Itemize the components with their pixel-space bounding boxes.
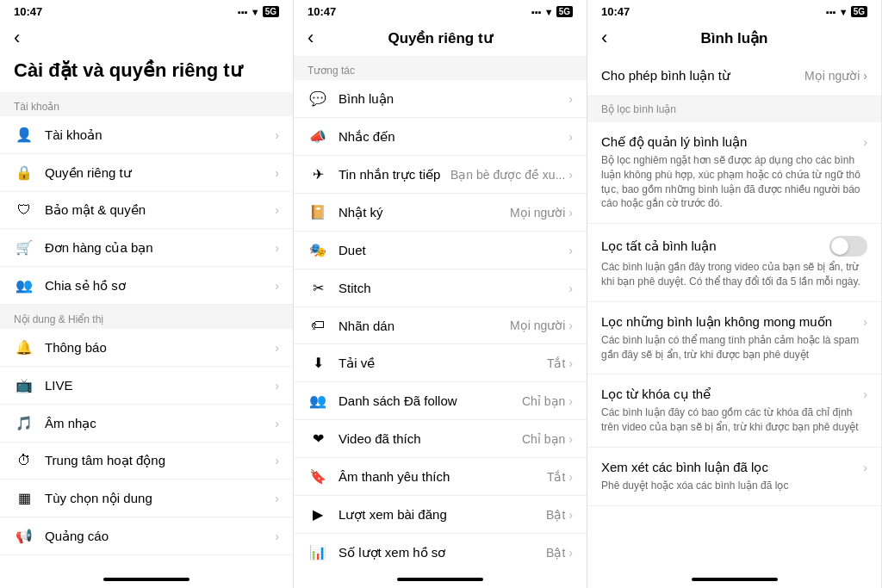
menu-item-thongbao[interactable]: 🔔 Thông báo › (0, 329, 293, 367)
filter-item-quanly[interactable]: Chế độ quản lý bình luận › Bộ lọc nghiêm… (587, 122, 881, 224)
message-icon: ✈ (307, 166, 328, 183)
menu-item-donhang[interactable]: 🛒 Đơn hàng của bạn › (0, 229, 293, 267)
section-label-tuongtac: Tương tác (294, 56, 587, 80)
scroll-content-2[interactable]: Tương tác 💬 Bình luận › 📣 Nhắc đến › ✈ T… (294, 56, 587, 571)
nav-header-2: ‹ Quyền riêng tư (294, 22, 587, 56)
comment-icon: 💬 (307, 90, 328, 107)
ad-icon: 📢 (14, 528, 34, 544)
scroll-content-1[interactable]: Tài khoản 👤 Tài khoản › 🔒 Quyền riêng tư… (0, 92, 293, 571)
bottom-bar-3 (587, 571, 881, 588)
menu-item-taive[interactable]: ⬇ Tải về Tắt › (294, 344, 587, 382)
chevron-icon-1: › (863, 135, 867, 149)
filter-item-tukhoa[interactable]: Lọc từ khóa cụ thể › Các bình luận đây c… (587, 374, 881, 448)
status-icons-1: ▪▪▪ ▼ 5G (238, 6, 279, 17)
allow-comments-label: Cho phép bình luận từ (601, 68, 730, 84)
chevron-icon-4: › (863, 387, 867, 401)
music-icon: 🎵 (14, 415, 34, 431)
filter-item-loctatca[interactable]: Lọc tất cả bình luận Các bình luận gần đ… (587, 224, 881, 302)
stitch-icon: ✂ (307, 280, 328, 296)
live-icon: 📺 (14, 377, 34, 393)
menu-item-chiasehoso[interactable]: 👥 Chia sẻ hồ sơ › (0, 267, 293, 305)
status-time-3: 10:47 (601, 5, 630, 18)
phone-panel-2: 10:47 ▪▪▪ ▼ 5G ‹ Quyền riêng tư Tương tá… (294, 0, 587, 588)
menu-item-videothich[interactable]: ❤ Video đã thích Chỉ bạn › (294, 420, 587, 458)
play-icon: ▶ (307, 506, 328, 523)
menu-item-duet[interactable]: 🎭 Duet › (294, 232, 587, 269)
allow-comments-value: Mọi người › (804, 69, 867, 83)
menu-item-amnhac[interactable]: 🎵 Âm nhạc › (0, 405, 293, 443)
chevron-icon-5: › (863, 461, 867, 474)
section-label-account: Tài khoản (0, 92, 293, 116)
panel2-title: Quyền riêng tư (388, 29, 492, 47)
menu-item-amthanh[interactable]: 🔖 Âm thanh yêu thích Tắt › (294, 458, 587, 496)
menu-item-soluotxem[interactable]: 📊 Số lượt xem hồ sơ Bật › (294, 534, 587, 571)
back-button-1[interactable]: ‹ (14, 27, 20, 49)
shield-icon: 🛡 (14, 202, 34, 218)
network-icon-3: 5G (851, 6, 867, 17)
home-indicator-3 (692, 578, 778, 581)
menu-item-baomatquyen[interactable]: 🛡 Bảo mật & quyền › (0, 192, 293, 229)
status-time-2: 10:47 (307, 5, 336, 18)
menu-item-trungtam[interactable]: ⏱ Trung tâm hoạt động › (0, 443, 293, 480)
wifi-icon-3: ▼ (839, 7, 848, 17)
stats-icon: 📊 (307, 544, 328, 560)
scroll-content-3[interactable]: Cho phép bình luận từ Mọi người › Bộ lọc… (587, 56, 881, 571)
menu-item-live[interactable]: 📺 LIVE › (0, 367, 293, 405)
toggle-loctatca[interactable] (829, 236, 867, 257)
signal-icon-3: ▪▪▪ (826, 7, 836, 17)
panel3-title: Bình luận (701, 29, 768, 47)
bell-icon: 🔔 (14, 339, 34, 356)
status-icons-3: ▪▪▪ ▼ 5G (826, 6, 867, 17)
allow-comments-row[interactable]: Cho phép bình luận từ Mọi người › (587, 56, 881, 96)
status-bar-2: 10:47 ▪▪▪ ▼ 5G (294, 0, 587, 22)
page-title-1: Cài đặt và quyền riêng tư (0, 56, 293, 92)
menu-item-stitch[interactable]: ✂ Stitch › (294, 269, 587, 307)
download-icon: ⬇ (307, 355, 328, 371)
network-icon: 5G (263, 6, 279, 17)
bottom-bar-1 (0, 571, 293, 588)
status-bar-3: 10:47 ▪▪▪ ▼ 5G (587, 0, 881, 22)
nav-header-1: ‹ (0, 22, 293, 56)
diary-icon: 📔 (307, 204, 328, 220)
filter-item-xemxet[interactable]: Xem xét các bình luận đã lọc › Phê duyệt… (587, 448, 881, 506)
status-icons-2: ▪▪▪ ▼ 5G (531, 6, 573, 17)
duet-icon: 🎭 (307, 242, 328, 258)
menu-item-quyenriengtu[interactable]: 🔒 Quyền riêng tư › (0, 154, 293, 192)
heart-icon: ❤ (307, 430, 328, 447)
activity-icon: ⏱ (14, 453, 34, 468)
section-label-content: Nội dung & Hiển thị (0, 305, 293, 329)
home-indicator-1 (103, 578, 189, 581)
network-icon-2: 5G (556, 6, 573, 17)
menu-item-taikhoan[interactable]: 👤 Tài khoản › (0, 116, 293, 154)
signal-icon-2: ▪▪▪ (531, 7, 542, 17)
wifi-icon-2: ▼ (544, 7, 554, 17)
menu-item-tuychon[interactable]: ▦ Tùy chọn nội dung › (0, 480, 293, 517)
bottom-bar-2 (294, 571, 587, 588)
back-button-2[interactable]: ‹ (307, 27, 314, 49)
following-icon: 👥 (307, 393, 328, 409)
menu-item-danhsach[interactable]: 👥 Danh sách Đã follow Chỉ bạn › (294, 382, 587, 420)
cart-icon: 🛒 (14, 239, 34, 256)
menu-item-luotxem[interactable]: ▶ Lượt xem bài đăng Bật › (294, 496, 587, 534)
filter-item-khongmongmuon[interactable]: Lọc những bình luận không mong muốn › Cá… (587, 302, 881, 375)
phone-panel-1: 10:47 ▪▪▪ ▼ 5G ‹ Cài đặt và quyền riêng … (0, 0, 294, 588)
mention-icon: 📣 (307, 128, 328, 145)
nav-header-3: ‹ Bình luận (587, 22, 881, 56)
menu-item-tinnhan[interactable]: ✈ Tin nhắn trực tiếp Bạn bè được đề xu..… (294, 156, 587, 194)
status-bar-1: 10:47 ▪▪▪ ▼ 5G (0, 0, 293, 22)
phone-panel-3: 10:47 ▪▪▪ ▼ 5G ‹ Bình luận Cho phép bình… (587, 0, 881, 588)
menu-item-binhluan[interactable]: 💬 Bình luận › (294, 80, 587, 118)
home-indicator-2 (397, 578, 483, 581)
filter-section-label: Bộ lọc bình luận (587, 96, 881, 122)
chevron-icon-3: › (863, 315, 867, 329)
status-time-1: 10:47 (14, 5, 42, 18)
wifi-icon: ▼ (251, 7, 260, 17)
lock-icon: 🔒 (14, 164, 34, 181)
menu-item-quangcao[interactable]: 📢 Quảng cáo › (0, 517, 293, 555)
back-button-3[interactable]: ‹ (601, 27, 607, 49)
user-icon: 👤 (14, 127, 34, 143)
sound-icon: 🔖 (307, 468, 328, 485)
menu-item-nhandan[interactable]: 🏷 Nhãn dán Mọi người › (294, 307, 587, 344)
menu-item-nhatky[interactable]: 📔 Nhật ký Mọi người › (294, 194, 587, 232)
menu-item-nhacden[interactable]: 📣 Nhắc đến › (294, 118, 587, 156)
